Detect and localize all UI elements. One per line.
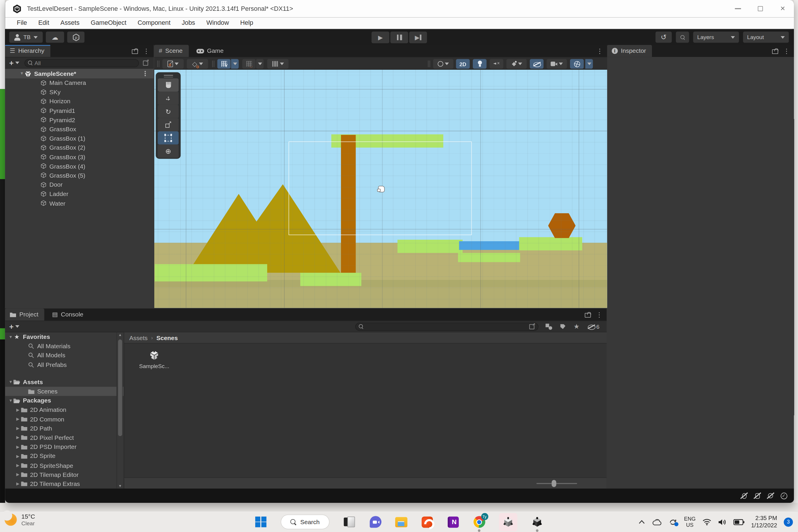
scene-visibility-button[interactable] [530,59,544,69]
expand-arrow-icon[interactable]: ▶ [15,435,20,440]
hierarchy-item-door[interactable]: Door [5,180,154,190]
pick-asset-icon[interactable] [529,324,535,329]
expand-arrow-icon[interactable]: ▼ [19,71,24,76]
project-search-input[interactable] [355,322,538,330]
lock-icon[interactable] [585,312,590,317]
tab-inspector[interactable]: i Inspector [607,45,652,57]
project-tree-scrollbar[interactable]: ▲ ▼ [117,332,123,489]
view-hand-tool-button[interactable] [158,78,179,92]
rect-tool-button[interactable] [158,131,179,145]
hierarchy-item-water[interactable]: Water [5,198,154,208]
expand-arrow-icon[interactable]: ▶ [15,426,20,431]
scroll-thumb[interactable] [118,340,122,436]
expand-arrow-icon[interactable]: ▶ [15,417,20,421]
grid-visibility-dropdown[interactable] [231,59,239,69]
layers-dropdown[interactable]: Layers [693,32,739,43]
hierarchy-item-horizon[interactable]: Horizon [5,97,154,106]
account-button[interactable]: TB [9,32,43,43]
asset-tile-samplescene[interactable]: SampleSc... [135,350,173,369]
move-tool-button[interactable]: ↔↕ [158,92,179,105]
expand-arrow-icon[interactable]: ▶ [15,481,20,486]
hierarchy-item-grassbox[interactable]: GrassBox [5,125,154,134]
transform-tool-button[interactable]: ⊕ [158,145,179,158]
tree-item-scenes[interactable]: Scenes [5,387,124,396]
tab-console[interactable]: ▤ Console [48,308,90,321]
kebab-menu-icon[interactable]: ⋮ [142,70,149,77]
expand-arrow-icon[interactable]: ▼ [8,398,13,403]
tree-assets[interactable]: ▼Assets [5,377,124,387]
scene-effects-dropdown[interactable] [506,59,527,69]
tree-item-all-prefabs[interactable]: All Prefabs [5,360,124,369]
menu-component[interactable]: Component [132,19,176,26]
volume-icon[interactable] [718,518,727,525]
clock[interactable]: 2:35 PM 1/12/2022 [751,515,777,529]
code-optimization-icon[interactable] [766,492,775,500]
layout-dropdown[interactable]: Layout [743,32,789,43]
lock-icon[interactable] [772,48,777,54]
sync-status-icon[interactable] [669,518,678,526]
office-button[interactable] [421,516,433,528]
kebab-menu-icon[interactable]: ⋮ [143,48,150,54]
tree-item-2d-psd-importer[interactable]: ▶2D PSD Importer [5,442,124,452]
language-indicator[interactable]: ENG US [684,516,696,528]
gizmos-button[interactable] [570,59,584,69]
search-by-label-icon[interactable] [560,324,565,329]
breadcrumb-root[interactable]: Assets [129,334,148,341]
chat-button[interactable] [369,516,381,528]
menu-window[interactable]: Window [201,19,234,26]
tree-item-2d-common[interactable]: ▶2D Common [5,415,124,424]
menu-gameobject[interactable]: GameObject [85,19,132,26]
lock-icon[interactable] [132,48,137,54]
add-asset-button[interactable]: + [9,323,19,330]
tab-scene[interactable]: # Scene [154,45,189,57]
grip-handle[interactable] [212,61,214,68]
close-button[interactable]: × [772,0,794,17]
hierarchy-item-sky[interactable]: SKy [5,88,154,97]
expand-arrow-icon[interactable]: ▶ [15,454,20,458]
scene-lighting-button[interactable] [473,59,487,69]
unity-editor-taskbar-button[interactable] [499,513,517,531]
kebab-menu-icon[interactable]: ⋮ [596,311,603,318]
play-button[interactable]: ▶ [372,32,390,43]
tree-item-2d-tilemap-editor[interactable]: ▶2D Tilemap Editor [5,470,124,479]
zoom-slider-thumb[interactable] [552,480,556,487]
tab-project[interactable]: Project [5,308,44,321]
tree-item-2d-spriteshape[interactable]: ▶2D SpriteShape [5,461,124,470]
kebab-menu-icon[interactable]: ⋮ [783,48,790,54]
2d-mode-button[interactable]: 2D [456,59,470,69]
menu-file[interactable]: File [11,19,33,26]
hidden-packages-toggle[interactable]: 6 [588,323,600,329]
scale-tool-button[interactable] [158,118,179,131]
menu-jobs[interactable]: Jobs [176,19,201,26]
debugger-disabled-icon[interactable] [740,492,748,500]
snap-increment-dropdown[interactable] [267,59,288,69]
hierarchy-item-pyramid2[interactable]: Pyramid2 [5,115,154,125]
grip-handle[interactable] [157,61,159,68]
breadcrumb-leaf[interactable]: Scenes [156,334,178,341]
battery-icon[interactable] [733,519,744,525]
scene-audio-button[interactable] [490,59,504,69]
tree-item-2d-sprite[interactable]: ▶2D Sprite [5,452,124,461]
favorites-star-icon[interactable]: ★ [573,323,579,330]
wifi-icon[interactable] [702,518,711,525]
notification-badge[interactable]: 3 [784,517,793,527]
pause-button[interactable] [390,32,408,43]
expand-arrow-icon[interactable]: ▶ [15,463,20,468]
hierarchy-item-ladder[interactable]: Ladder [5,190,154,199]
minimize-button[interactable] [727,0,749,17]
hierarchy-search-input[interactable]: All [24,59,139,67]
cache-server-disabled-icon[interactable] [753,492,761,500]
search-by-type-icon[interactable] [546,323,552,329]
tree-item-2d-tilemap-extras[interactable]: ▶2D Tilemap Extras [5,479,124,489]
onedrive-icon[interactable] [652,518,662,525]
maximize-button[interactable] [749,0,772,17]
weather-widget[interactable]: 15°C Clear [4,513,35,526]
step-button[interactable]: ▶ [409,32,427,43]
pick-object-icon[interactable] [143,60,149,65]
global-search-button[interactable] [676,32,689,43]
rotate-tool-button[interactable]: ↻ [158,105,179,118]
hierarchy-item-pyramid1[interactable]: Pyramid1 [5,106,154,115]
hierarchy-root-samplescene[interactable]: ▼SampleScene*⋮ [5,69,154,78]
taskbar-search[interactable]: Search [281,514,329,529]
scroll-down-arrow[interactable]: ▼ [117,483,123,489]
